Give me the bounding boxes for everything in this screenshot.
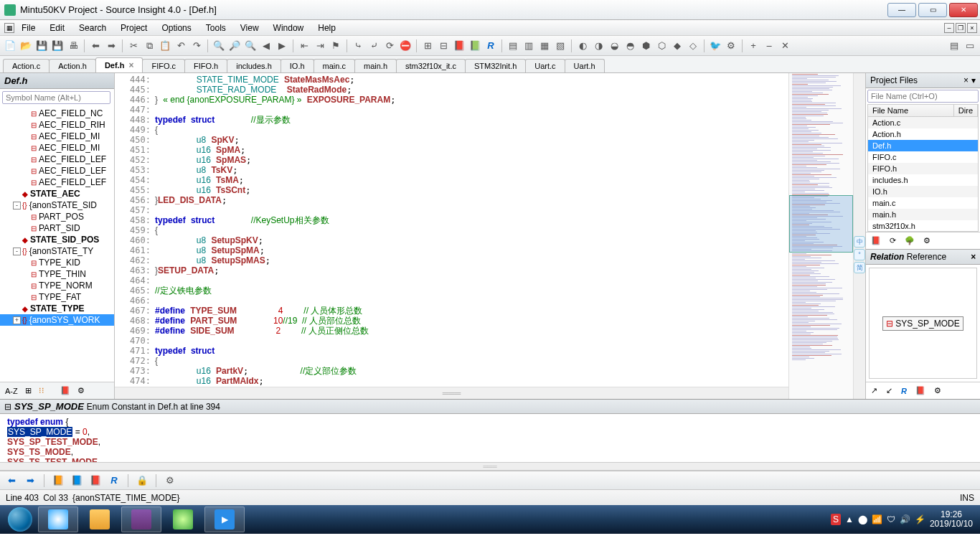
symbol-tree-item[interactable]: +{}{anonSYS_WORK xyxy=(0,314,114,326)
win1-icon[interactable]: ▤ xyxy=(506,39,520,53)
rel-out-icon[interactable]: ↗ xyxy=(869,385,880,396)
menu-options[interactable]: Options xyxy=(154,22,198,34)
symbol-tree-item[interactable]: ◆STATE_SID_POS xyxy=(0,234,114,245)
win2-icon[interactable]: ▥ xyxy=(522,39,536,53)
sort-az-button[interactable]: A-Z xyxy=(3,386,20,396)
redo-icon[interactable]: ↷ xyxy=(189,39,204,53)
rel-book-icon[interactable]: 📕 xyxy=(913,385,928,396)
relation-r-icon[interactable]: R xyxy=(107,474,121,488)
lock-icon[interactable]: 📕 xyxy=(58,385,72,396)
project-file-item[interactable]: FIFO.c xyxy=(868,151,978,163)
symbol-tree-item[interactable]: ⊟AEC_FIELD_RIH xyxy=(0,119,114,131)
symbol-tree-item[interactable]: -{}{anonSTATE_TY xyxy=(0,245,114,257)
project-file-item[interactable]: Action.c xyxy=(868,117,978,128)
add-icon[interactable]: + xyxy=(746,39,760,53)
system-tray[interactable]: S ▲ ⬤ 📶 🛡 🔊 ⚡ 19:262019/10/10 xyxy=(831,510,977,529)
menu-project[interactable]: Project xyxy=(113,22,154,34)
pf-gear-icon[interactable]: ⚙ xyxy=(921,235,933,246)
project-file-item[interactable]: main.c xyxy=(868,197,978,209)
lock2-icon[interactable]: 🔒 xyxy=(135,474,149,488)
book2-icon[interactable]: 📗 xyxy=(468,39,482,53)
context-code[interactable]: typedef enum { SYS_SP_MODE = 0, SYS_SP_T… xyxy=(0,414,980,462)
rel-gear-icon[interactable]: ⚙ xyxy=(932,385,943,396)
symbol-tree-item[interactable]: ⊟PART_SID xyxy=(0,222,114,234)
win3-icon[interactable]: ▦ xyxy=(537,39,552,53)
relation-close-icon[interactable]: × xyxy=(971,252,976,262)
context-hscroll[interactable]: ═══ xyxy=(0,462,980,471)
symbol-tree-item[interactable]: ⊟AEC_FIELD_MI xyxy=(0,131,114,142)
goto-ref-icon[interactable]: ⤶ xyxy=(367,39,381,53)
fullscreen-icon[interactable]: ▭ xyxy=(963,39,977,53)
menu-window[interactable]: Window xyxy=(266,22,311,34)
next-result-icon[interactable]: ▶ xyxy=(275,39,289,53)
layout-icon[interactable]: ▤ xyxy=(947,39,961,53)
tab-close-icon[interactable]: × xyxy=(128,60,133,70)
rel-in-icon[interactable]: ↙ xyxy=(884,385,895,396)
taskbar-app-paint[interactable] xyxy=(163,507,203,532)
start-button[interactable] xyxy=(3,507,37,532)
code-minimap[interactable] xyxy=(788,73,853,399)
save-icon[interactable]: 💾 xyxy=(34,39,49,53)
cut-icon[interactable]: ✂ xyxy=(126,39,141,53)
mdi-icon[interactable]: ▦ xyxy=(4,23,14,33)
file-tab[interactable]: IO.h xyxy=(281,59,314,72)
panel-menu-icon[interactable]: ▾ xyxy=(971,75,976,85)
search-icon[interactable]: 🔍 xyxy=(212,39,226,53)
code-editor[interactable]: 444: STATE_TIME_MODE StateMasMsAec;445: … xyxy=(115,73,865,399)
file-tab[interactable]: Uart.h xyxy=(565,59,605,72)
forward-icon[interactable]: ➡ xyxy=(104,39,118,53)
tool5-icon[interactable]: ⬢ xyxy=(639,39,653,53)
gear2-icon[interactable]: ⚙ xyxy=(163,474,177,488)
paste-icon[interactable]: 📋 xyxy=(158,39,172,53)
tool2-icon[interactable]: ◑ xyxy=(591,39,606,53)
undo-icon[interactable]: ↶ xyxy=(174,39,188,53)
tool8-icon[interactable]: ◇ xyxy=(686,39,700,53)
sort-type-icon[interactable]: ⊞ xyxy=(23,385,34,396)
file-tab[interactable]: main.c xyxy=(314,59,355,72)
open-file-icon[interactable]: 📂 xyxy=(19,39,33,53)
symbol-tree-item[interactable]: ⊟TYPE_KID xyxy=(0,257,114,268)
symbol-tree-item[interactable]: -{}{anonSTATE_SID xyxy=(0,199,114,211)
remove-icon[interactable]: ‒ xyxy=(762,39,776,53)
symbol-tree-item[interactable]: ⊟TYPE_NORM xyxy=(0,280,114,291)
file-tab[interactable]: Uart.c xyxy=(525,59,565,72)
file-tab[interactable]: STM32Init.h xyxy=(465,59,526,72)
file-tab[interactable]: FIFO.h xyxy=(184,59,227,72)
file-tab[interactable]: main.h xyxy=(354,59,397,72)
project-file-item[interactable]: Action.h xyxy=(868,128,978,140)
pf-book-icon[interactable]: 📕 xyxy=(869,235,883,246)
bookmark-icon[interactable]: ⚑ xyxy=(329,39,343,53)
close-button[interactable]: ✕ xyxy=(949,3,978,17)
browse-icon[interactable]: ⊟ xyxy=(436,39,451,53)
pf-tree-icon[interactable]: 🌳 xyxy=(903,235,917,246)
tool1-icon[interactable]: ◐ xyxy=(575,39,590,53)
mdi-restore-button[interactable]: ❐ xyxy=(956,23,966,33)
symbol-tree-item[interactable]: ⊟AEC_FIELD_NC xyxy=(0,108,114,119)
minimize-button[interactable]: — xyxy=(887,3,916,17)
group-icon[interactable]: ⁝⁝ xyxy=(37,385,47,396)
project-file-item[interactable]: includes.h xyxy=(868,174,978,186)
project-file-item[interactable]: main.h xyxy=(868,209,978,220)
tray-clock[interactable]: 19:262019/10/10 xyxy=(930,510,973,529)
symbol-tree-item[interactable]: ⊟AEC_FIELD_MI xyxy=(0,142,114,154)
project-file-item[interactable]: stm32f10x.h xyxy=(868,220,978,232)
tool7-icon[interactable]: ◆ xyxy=(670,39,684,53)
context-icon[interactable]: ⊟ xyxy=(4,402,11,412)
file-tab[interactable]: stm32f10x_it.c xyxy=(396,59,466,72)
symbol-tree-item[interactable]: ⊟AEC_FIELD_LEF xyxy=(0,165,114,176)
new-file-icon[interactable]: 📄 xyxy=(3,39,17,53)
symbol-tree-item[interactable]: ⊟PART_POS xyxy=(0,211,114,222)
file-tab[interactable]: Action.c xyxy=(3,59,50,72)
taskbar-app-explorer[interactable] xyxy=(80,507,120,532)
pf-refresh-icon[interactable]: ⟳ xyxy=(887,235,898,246)
menu-help[interactable]: Help xyxy=(311,22,343,34)
panel-close-icon[interactable]: × xyxy=(963,75,969,85)
project-file-item[interactable]: Def.h xyxy=(868,140,978,151)
mdi-close-button[interactable]: × xyxy=(967,23,977,33)
settings-icon[interactable]: ⚙ xyxy=(75,385,87,396)
search-files-icon[interactable]: 🔍 xyxy=(243,39,258,53)
indent-right-icon[interactable]: ⇥ xyxy=(313,39,327,53)
maximize-button[interactable]: ▭ xyxy=(918,3,947,17)
taskbar-app-winrar[interactable] xyxy=(121,507,161,532)
nav-fwd-icon[interactable]: ➡ xyxy=(23,474,37,488)
